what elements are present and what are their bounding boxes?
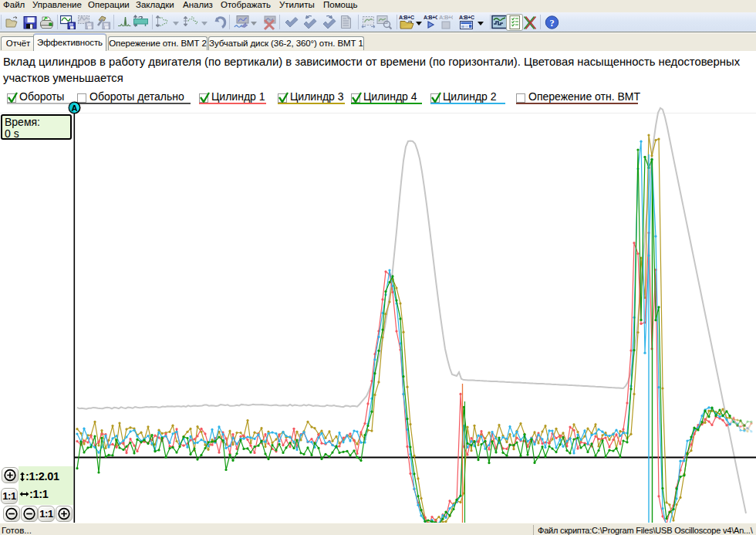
svg-text:A:B+C: A:B+C — [424, 15, 437, 20]
svg-text:A:B+C: A:B+C — [399, 15, 414, 20]
svg-text:A: A — [72, 103, 78, 113]
svg-text:A:B+C: A:B+C — [439, 14, 453, 21]
svg-text:A:B+C: A:B+C — [459, 15, 474, 20]
svg-text:?: ? — [549, 18, 554, 29]
